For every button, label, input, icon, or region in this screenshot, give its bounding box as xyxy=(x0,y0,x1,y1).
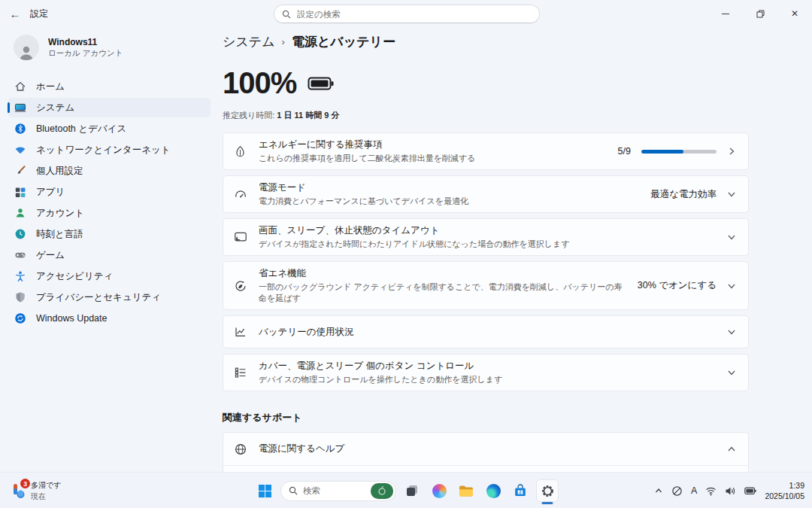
sidebar-item-windows-update[interactable]: Windows Update xyxy=(8,309,211,328)
store-button[interactable] xyxy=(509,479,532,502)
row-title: 電源モード xyxy=(259,181,639,194)
notification-badge: 3 xyxy=(20,479,30,488)
chevron-down-icon[interactable] xyxy=(727,327,736,336)
row-lid-power-controls[interactable]: カバー、電源とスリープ 個のボタン コントロール デバイスの物理コントロールを操… xyxy=(223,354,749,391)
task-view-button[interactable] xyxy=(401,479,423,502)
taskbar-search-box[interactable] xyxy=(280,481,396,501)
tray-date: 2025/10/05 xyxy=(765,491,804,501)
chevron-right-icon[interactable] xyxy=(727,147,736,156)
sidebar-item-system[interactable]: システム xyxy=(8,98,211,117)
search-icon xyxy=(289,486,298,495)
close-button[interactable]: ✕ xyxy=(777,0,812,27)
widget-line1: 多湿です xyxy=(31,480,61,491)
battery-estimate: 推定残り時間:1 日 11 時間 9 分 xyxy=(223,110,812,121)
gear-icon xyxy=(541,484,555,498)
edge-icon xyxy=(486,484,501,498)
sidebar-item-home[interactable]: ホーム xyxy=(8,77,211,96)
sidebar-item-label: 個人用設定 xyxy=(36,165,83,178)
widgets-button[interactable]: 3 多湿です 現在 xyxy=(6,473,65,508)
volume-icon[interactable] xyxy=(725,486,736,496)
bluetooth-icon xyxy=(14,123,26,135)
window-controls: ✕ xyxy=(708,0,812,27)
onedrive-paused-icon[interactable] xyxy=(671,485,683,497)
leaf-icon xyxy=(233,145,247,158)
row-subtitle: 一部のバックグラウンド アクティビティを制限することで、電力消費を削減し、バッテ… xyxy=(259,281,626,304)
row-energy-recommendations[interactable]: エネルギーに関する推奨事項 これらの推奨事項を適用して二酸化炭素排出量を削減する… xyxy=(223,132,749,170)
taskbar: 3 多湿です 現在 xyxy=(0,472,812,508)
settings-app-button[interactable] xyxy=(536,479,559,502)
clock[interactable]: 1:39 2025/10/05 xyxy=(765,480,804,501)
row-subtitle: これらの推奨事項を適用して二酸化炭素排出量を削減する xyxy=(259,153,607,164)
sidebar-item-network[interactable]: ネットワークとインターネット xyxy=(8,140,211,160)
settings-search-input[interactable] xyxy=(297,10,532,19)
screen-timeout-icon xyxy=(233,230,247,244)
sidebar-item-privacy[interactable]: プライバシーとセキュリティ xyxy=(8,287,211,307)
search-highlight-image xyxy=(371,483,393,499)
globe-icon xyxy=(233,443,247,456)
chevron-up-icon[interactable] xyxy=(727,445,736,454)
hidden-icons-chevron[interactable] xyxy=(654,486,663,495)
file-explorer-button[interactable] xyxy=(455,479,477,502)
taskbar-search-input[interactable] xyxy=(303,486,356,495)
breadcrumb-system[interactable]: システム xyxy=(223,33,275,50)
sidebar-item-gaming[interactable]: ゲーム xyxy=(8,245,211,265)
row-battery-usage[interactable]: バッテリーの使用状況 xyxy=(223,315,749,348)
sidebar-item-label: プライバシーとセキュリティ xyxy=(36,291,161,304)
privacy-shield-icon xyxy=(14,291,26,304)
sidebar-item-accessibility[interactable]: アクセシビリティ xyxy=(8,266,211,286)
row-title: 画面、スリープ、休止状態のタイムアウト xyxy=(259,224,716,237)
sidebar-item-label: Windows Update xyxy=(36,313,108,324)
sidebar-item-time-language[interactable]: 時刻と言語 xyxy=(8,224,211,244)
row-power-mode[interactable]: 電源モード 電力消費とパフォーマンスに基づいてデバイスを最適化 最適な電力効率 xyxy=(223,175,749,213)
sidebar-item-label: Bluetooth とデバイス xyxy=(36,123,126,135)
breadcrumb: システム › 電源とバッテリー xyxy=(223,33,812,50)
back-arrow-icon: ← xyxy=(10,8,21,20)
copilot-button[interactable] xyxy=(428,479,450,502)
chevron-down-icon[interactable] xyxy=(727,368,736,377)
wifi-icon[interactable] xyxy=(705,486,717,496)
sidebar-item-apps[interactable]: アプリ xyxy=(8,182,211,202)
sidebar: Windows11 ローカル アカウント ホーム システム Bluetooth … xyxy=(0,27,218,472)
system-tray: A 1:39 2025/10/05 xyxy=(654,473,807,508)
start-button[interactable] xyxy=(253,479,276,502)
back-button[interactable]: ← xyxy=(0,0,30,27)
copilot-icon xyxy=(432,484,447,498)
gauge-icon xyxy=(233,187,247,201)
search-icon xyxy=(282,10,291,19)
breadcrumb-separator: › xyxy=(282,36,285,47)
row-subtitle: デバイスが指定された時間にわたりアイドル状態になった場合の動作を選択します xyxy=(259,239,716,250)
row-title: 省エネ機能 xyxy=(259,267,626,280)
ime-indicator[interactable]: A xyxy=(691,485,697,496)
sidebar-item-label: アカウント xyxy=(36,207,84,220)
battery-icon xyxy=(308,76,335,91)
user-account-chip[interactable]: Windows11 ローカル アカウント xyxy=(14,35,206,60)
sidebar-item-accounts[interactable]: アカウント xyxy=(8,203,211,223)
sidebar-item-personalization[interactable]: 個人用設定 xyxy=(8,161,211,181)
network-icon xyxy=(14,144,26,157)
chevron-down-icon[interactable] xyxy=(727,190,736,199)
settings-nav: ホーム システム Bluetooth とデバイス ネットワークとインターネット … xyxy=(0,77,218,328)
row-energy-saver[interactable]: 省エネ機能 一部のバックグラウンド アクティビティを制限することで、電力消費を削… xyxy=(223,261,749,310)
chevron-down-icon[interactable] xyxy=(727,233,736,242)
widget-line2: 現在 xyxy=(31,491,61,502)
system-icon xyxy=(14,102,26,114)
edge-button[interactable] xyxy=(482,479,504,502)
minimize-button[interactable] xyxy=(708,0,743,27)
home-icon xyxy=(14,81,26,93)
titlebar: ← 設定 ✕ xyxy=(0,0,812,27)
power-mode-value: 最適な電力効率 xyxy=(650,188,717,201)
sidebar-item-label: ゲーム xyxy=(36,249,65,262)
estimate-label: 推定残り時間: xyxy=(223,111,274,120)
row-screen-sleep-timeouts[interactable]: 画面、スリープ、休止状態のタイムアウト デバイスが指定された時間にわたりアイドル… xyxy=(223,218,749,256)
accessibility-icon xyxy=(14,270,26,283)
tray-battery-icon[interactable] xyxy=(744,487,756,495)
store-icon xyxy=(514,484,527,497)
restore-button[interactable] xyxy=(743,0,777,27)
gaming-icon xyxy=(14,249,26,262)
help-expander[interactable]: 電源に関するヘルプ xyxy=(223,433,748,466)
restore-icon xyxy=(756,10,765,18)
chevron-down-icon[interactable] xyxy=(727,281,736,291)
settings-search-box[interactable] xyxy=(274,5,540,23)
sidebar-item-bluetooth[interactable]: Bluetooth とデバイス xyxy=(8,119,211,138)
taskbar-center xyxy=(253,473,559,508)
